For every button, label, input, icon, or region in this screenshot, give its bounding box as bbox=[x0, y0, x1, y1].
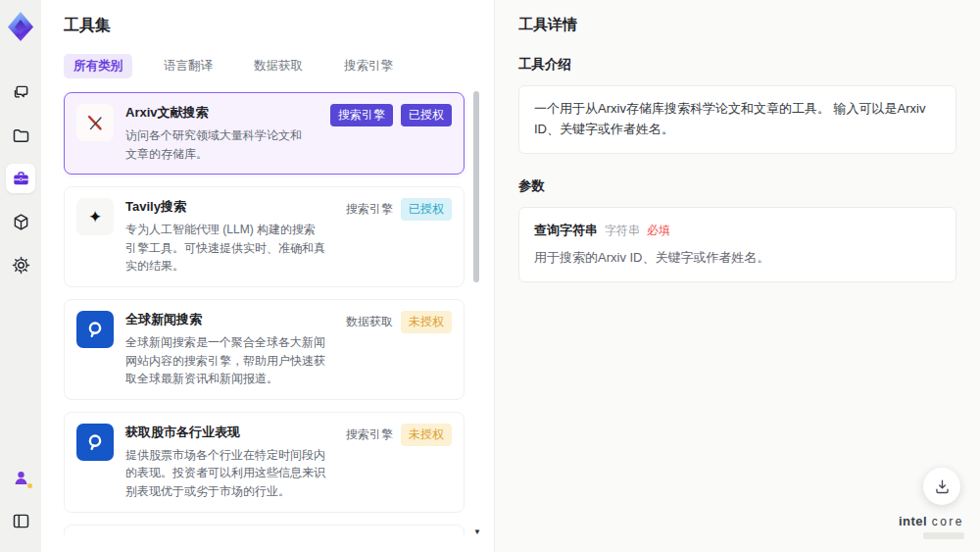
page-title: 工具集 bbox=[64, 16, 494, 36]
chat-icon[interactable] bbox=[6, 77, 35, 107]
tool-desc: 提供股票市场各个行业在特定时间段内的表现。投资者可以利用这些信息来识别表现优于或… bbox=[125, 446, 326, 501]
panel-toggle-icon[interactable] bbox=[6, 506, 35, 535]
app-window: 工具集 所有类别 语言翻译 数据获取 搜索引擎 Arxiv文献搜索 访问各个研究… bbox=[0, 0, 980, 552]
tool-card-arxiv[interactable]: Arxiv文献搜索 访问各个研究领域大量科学论文和文章的存储库。 搜索引擎 已授… bbox=[64, 92, 465, 175]
param-name: 查询字符串 bbox=[534, 223, 598, 237]
scroll-down-icon[interactable]: ▼ bbox=[473, 527, 481, 536]
param-type: 字符串 bbox=[605, 224, 640, 237]
category-tabs: 所有类别 语言翻译 数据获取 搜索引擎 bbox=[64, 54, 494, 78]
detail-title: 工具详情 bbox=[518, 16, 956, 34]
cube-icon[interactable] bbox=[6, 207, 35, 236]
download-button[interactable] bbox=[923, 468, 960, 505]
params-heading: 参数 bbox=[518, 177, 956, 195]
status-badge: 已授权 bbox=[401, 198, 452, 221]
user-icon[interactable] bbox=[6, 463, 35, 492]
folder-icon[interactable] bbox=[6, 121, 35, 150]
status-badge: 未授权 bbox=[401, 424, 452, 446]
news-search-icon bbox=[76, 424, 114, 461]
category-label: 搜索引擎 bbox=[346, 201, 393, 218]
left-rail bbox=[0, 0, 41, 552]
news-search-icon bbox=[76, 311, 114, 348]
intro-box: 一个用于从Arxiv存储库搜索科学论文和文章的工具。 输入可以是Arxiv ID… bbox=[518, 85, 956, 154]
tool-detail-panel: 工具详情 工具介绍 一个用于从Arxiv存储库搜索科学论文和文章的工具。 输入可… bbox=[495, 0, 980, 552]
tab-search-engine[interactable]: 搜索引擎 bbox=[334, 54, 403, 78]
tab-data-fetching[interactable]: 数据获取 bbox=[244, 54, 313, 78]
param-header: 查询字符串字符串必填 bbox=[534, 221, 941, 241]
param-box: 查询字符串字符串必填 用于搜索的Arxiv ID、关键字或作者姓名。 bbox=[518, 207, 956, 283]
star-icon: ✦ bbox=[76, 198, 114, 235]
tool-name: 全球新闻搜索 bbox=[125, 311, 326, 328]
param-required-label: 必填 bbox=[647, 224, 670, 237]
category-label: 搜索引擎 bbox=[346, 427, 393, 443]
arxiv-icon bbox=[76, 104, 114, 141]
tool-desc: 专为人工智能代理 (LLM) 构建的搜索引擎工具。可快速提供实时、准确和真实的结… bbox=[125, 221, 326, 276]
tool-desc: 全球新闻搜索是一个聚合全球各大新闻网站内容的搜索引擎，帮助用户快速获取全球最新资… bbox=[125, 333, 326, 388]
notification-dot bbox=[27, 483, 32, 488]
status-badge: 未授权 bbox=[401, 311, 452, 333]
tool-name: Arxiv文献搜索 bbox=[125, 104, 311, 122]
tool-card-tavily[interactable]: ✦ Tavily搜索 专为人工智能代理 (LLM) 构建的搜索引擎工具。可快速提… bbox=[64, 186, 465, 287]
category-badge: 搜索引擎 bbox=[330, 104, 393, 126]
tool-card-list: Arxiv文献搜索 访问各个研究领域大量科学论文和文章的存储库。 搜索引擎 已授… bbox=[64, 92, 494, 535]
tab-all-categories[interactable]: 所有类别 bbox=[64, 54, 132, 78]
param-desc: 用于搜索的Arxiv ID、关键字或作者姓名。 bbox=[534, 248, 941, 269]
tool-list-panel: 工具集 所有类别 语言翻译 数据获取 搜索引擎 Arxiv文献搜索 访问各个研究… bbox=[41, 0, 495, 552]
tool-name: 获取股市各行业表现 bbox=[125, 424, 326, 441]
tool-card-active-stocks[interactable]: 获取市场最活跃股票信息 提供当天交易量最高的股票列表。投资者可以利用这些信息来识… bbox=[64, 525, 465, 535]
tool-desc: 访问各个研究领域大量科学论文和文章的存储库。 bbox=[125, 126, 311, 163]
tab-language-translation[interactable]: 语言翻译 bbox=[154, 54, 222, 78]
tool-card-sector-performance[interactable]: 获取股市各行业表现 提供股票市场各个行业在特定时间段内的表现。投资者可以利用这些… bbox=[64, 412, 465, 513]
intel-logo-text: intel bbox=[899, 514, 927, 528]
list-scrollbar[interactable] bbox=[473, 86, 479, 542]
tool-card-global-news[interactable]: 全球新闻搜索 全球新闻搜索是一个聚合全球各大新闻网站内容的搜索引擎，帮助用户快速… bbox=[64, 299, 465, 400]
category-label: 数据获取 bbox=[346, 314, 393, 330]
core-logo-text: core bbox=[932, 515, 964, 528]
status-badge: 已授权 bbox=[401, 104, 452, 126]
briefcase-icon[interactable] bbox=[6, 164, 35, 193]
scrollbar-thumb[interactable] bbox=[473, 91, 479, 282]
intro-heading: 工具介绍 bbox=[518, 56, 956, 74]
gear-icon[interactable] bbox=[6, 250, 35, 279]
tool-name: Tavily搜索 bbox=[125, 198, 326, 216]
app-logo-icon[interactable] bbox=[8, 12, 33, 41]
intel-logo-sub-mark bbox=[923, 532, 964, 539]
intel-core-logo: intel core bbox=[899, 512, 964, 539]
